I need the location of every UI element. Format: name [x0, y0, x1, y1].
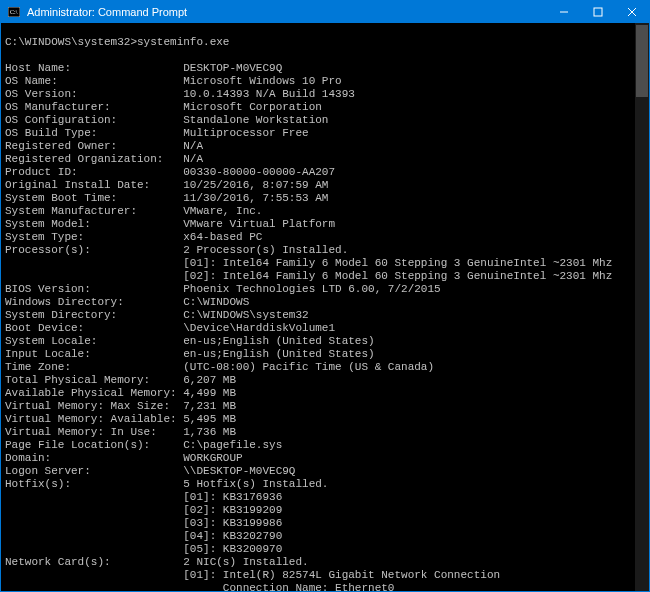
command-prompt-window: C:\ Administrator: Command Prompt C:\WIN…	[0, 0, 650, 592]
window-title: Administrator: Command Prompt	[27, 6, 547, 18]
cmd-icon: C:\	[7, 5, 21, 19]
svg-rect-3	[594, 8, 602, 16]
svg-text:C:\: C:\	[10, 9, 18, 15]
maximize-button[interactable]	[581, 1, 615, 23]
terminal-area[interactable]: C:\WINDOWS\system32>systeminfo.exe Host …	[1, 23, 649, 591]
scrollbar-thumb[interactable]	[636, 25, 648, 97]
window-controls	[547, 1, 649, 23]
close-button[interactable]	[615, 1, 649, 23]
terminal-output: C:\WINDOWS\system32>systeminfo.exe Host …	[5, 36, 645, 591]
minimize-button[interactable]	[547, 1, 581, 23]
scrollbar-track[interactable]	[635, 23, 649, 591]
titlebar[interactable]: C:\ Administrator: Command Prompt	[1, 1, 649, 23]
